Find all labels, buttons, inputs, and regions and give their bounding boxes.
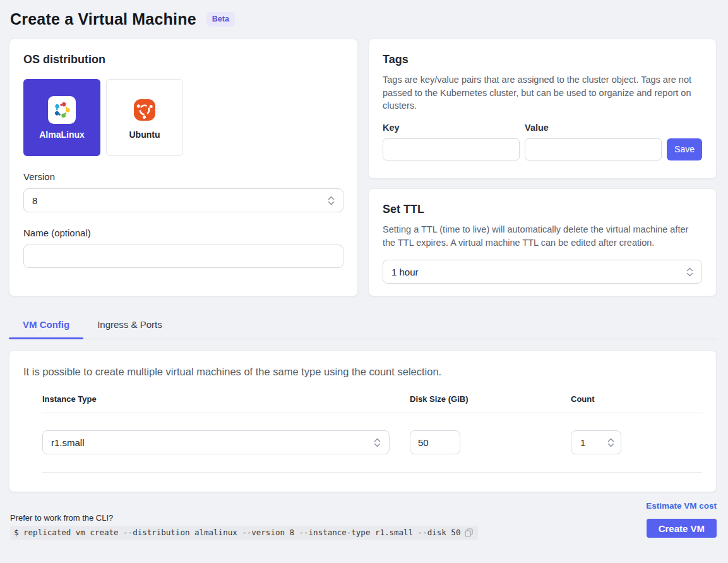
disk-size-input[interactable]	[410, 430, 460, 454]
footer-actions: Estimate VM cost Create VM	[646, 500, 717, 540]
tag-key-label: Key	[383, 123, 520, 133]
instance-type-cell: r1.small	[42, 430, 410, 454]
column-instance-type: Instance Type	[42, 394, 410, 404]
instance-type-value: r1.small	[51, 437, 85, 448]
disk-size-cell	[410, 430, 571, 454]
save-tag-button[interactable]: Save	[667, 138, 702, 160]
tag-value-field: Value	[525, 123, 662, 160]
column-disk-size: Disk Size (GiB)	[410, 394, 571, 404]
tag-value-label: Value	[525, 123, 662, 133]
os-tile-ubuntu[interactable]: Ubuntu	[106, 79, 183, 156]
almalinux-logo-icon	[48, 96, 76, 124]
chevron-up-down-icon	[607, 438, 614, 447]
tag-key-input[interactable]	[383, 138, 520, 160]
copy-icon[interactable]	[465, 528, 473, 537]
instance-type-select[interactable]: r1.small	[42, 430, 390, 454]
cli-command-block: $ replicated vm create --distribution al…	[10, 526, 478, 540]
beta-badge: Beta	[206, 12, 235, 27]
tab-vm-config[interactable]: VM Config	[9, 312, 83, 339]
chevron-up-down-icon	[374, 438, 381, 447]
vm-table-row: r1.small 1	[42, 430, 702, 454]
count-cell: 1	[571, 430, 702, 454]
vm-table-header: Instance Type Disk Size (GiB) Count	[42, 394, 702, 404]
page-header: Create a Virtual Machine Beta	[9, 9, 717, 28]
tags-description: Tags are key/value pairs that are assign…	[383, 73, 702, 112]
vm-table: Instance Type Disk Size (GiB) Count r1.s…	[42, 394, 702, 454]
os-tile-label: Ubuntu	[129, 130, 160, 140]
cli-command-text: $ replicated vm create --distribution al…	[14, 528, 460, 537]
tag-key-field: Key	[383, 123, 520, 160]
chevron-up-down-icon	[686, 267, 693, 277]
set-ttl-card: Set TTL Setting a TTL (time to live) wil…	[368, 188, 717, 296]
version-label: Version	[23, 171, 343, 182]
vm-config-card: It is possible to create multiple virtua…	[9, 350, 717, 492]
page-footer: Prefer to work from the CLI? $ replicate…	[9, 500, 717, 540]
ttl-card-title: Set TTL	[383, 203, 702, 216]
page-title: Create a Virtual Machine	[10, 10, 196, 28]
name-label: Name (optional)	[23, 227, 343, 238]
right-column: Tags Tags are key/value pairs that are a…	[368, 39, 717, 296]
version-select-value: 8	[32, 195, 37, 206]
version-select[interactable]: 8	[23, 188, 343, 212]
count-stepper[interactable]: 1	[571, 430, 621, 454]
vm-config-intro: It is possible to create multiple virtua…	[23, 366, 702, 378]
name-input[interactable]	[23, 245, 343, 268]
cli-section: Prefer to work from the CLI? $ replicate…	[9, 500, 478, 540]
tags-card: Tags Tags are key/value pairs that are a…	[368, 39, 717, 179]
tab-ingress-ports[interactable]: Ingress & Ports	[83, 312, 176, 339]
chevron-up-down-icon	[328, 196, 335, 205]
os-card-title: OS distribution	[23, 53, 343, 66]
column-count: Count	[571, 394, 702, 404]
create-vm-page: Create a Virtual Machine Beta OS distrib…	[0, 0, 728, 540]
table-header-divider	[42, 413, 702, 413]
ubuntu-logo-icon	[131, 96, 158, 124]
os-distribution-card: OS distribution	[9, 39, 358, 296]
ttl-description: Setting a TTL (time to live) will automa…	[383, 223, 702, 249]
os-tile-almalinux[interactable]: AlmaLinux	[23, 79, 100, 156]
ttl-select[interactable]: 1 hour	[383, 260, 702, 284]
os-tile-label: AlmaLinux	[39, 130, 85, 140]
top-cards: OS distribution	[9, 39, 717, 296]
cli-prompt-text: Prefer to work from the CLI?	[10, 513, 478, 523]
tab-bar: VM Config Ingress & Ports	[9, 312, 717, 339]
table-row-divider	[42, 472, 702, 473]
estimate-vm-cost-link[interactable]: Estimate VM cost	[646, 501, 717, 511]
tags-card-title: Tags	[383, 53, 702, 66]
tags-form: Key Value Save	[383, 123, 702, 160]
count-value: 1	[580, 437, 585, 448]
ttl-select-value: 1 hour	[391, 267, 419, 277]
os-tiles: AlmaLinux U	[23, 79, 343, 156]
tag-value-input[interactable]	[525, 138, 662, 160]
create-vm-button[interactable]: Create VM	[647, 519, 717, 538]
